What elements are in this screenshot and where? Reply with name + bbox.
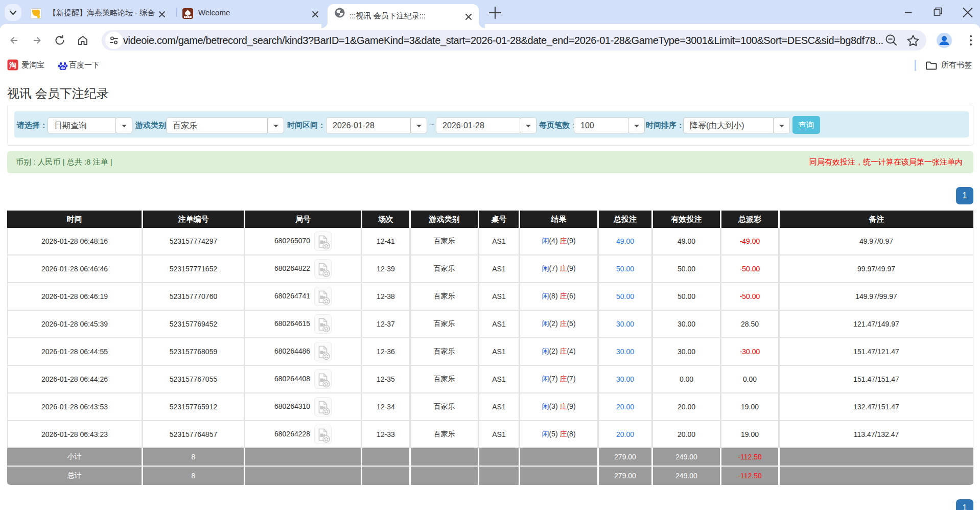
svg-text:淘: 淘 (9, 61, 16, 69)
svg-text:du: du (61, 66, 65, 69)
